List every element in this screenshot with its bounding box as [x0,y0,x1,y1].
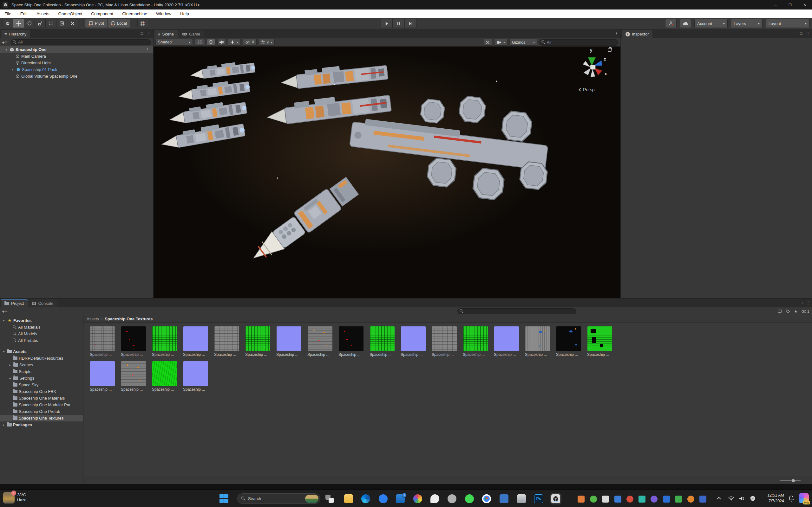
thumbnail-zoom-slider[interactable] [780,481,801,481]
folder-fbx[interactable]: Spaceship One FBX [0,388,83,395]
notification-bell-icon[interactable] [788,495,794,502]
favorite-all-materials[interactable]: All Materials [0,324,83,331]
folder-textures[interactable]: Spaceship One Textures [0,415,83,421]
texture-asset[interactable]: Spaceship ... [587,326,612,357]
tab-console[interactable]: Console [28,299,57,307]
folder-scenes[interactable]: ▸Scenes [0,361,83,368]
scene-tools-button[interactable] [484,39,492,46]
hidden-packages-toggle[interactable]: 1 [802,309,809,314]
folder-materials[interactable]: Spaceship One Materials [0,395,83,401]
task-view-button[interactable] [325,495,334,503]
texture-asset[interactable]: Spaceship ... [369,326,395,357]
collab-button[interactable] [665,19,676,28]
favorite-all-models[interactable]: All Models [0,331,83,337]
texture-asset[interactable]: Spaceship ... [245,326,270,357]
lighting-toggle-button[interactable] [207,39,215,46]
texture-asset[interactable]: Spaceship ... [525,326,550,357]
hierarchy-scene-row[interactable]: ▾ Smaceship One ⋮ [0,46,153,53]
photos-app-icon[interactable] [413,494,422,503]
gray-app-icon[interactable] [448,494,456,503]
hierarchy-search[interactable] [10,39,151,45]
audio-toggle-button[interactable] [217,39,226,46]
texture-asset[interactable]: Spaceship ... [183,361,208,392]
layout-dropdown[interactable]: Layout▾ [766,19,809,28]
lock-icon[interactable]: ⊐ [799,300,803,305]
texture-asset[interactable]: Spaceship ... [401,326,426,357]
taskbar-clock[interactable]: 12:51 AM 7/7/2024 [767,493,784,504]
grid-visibility-dropdown[interactable]: y ▾ [258,39,275,46]
menu-component[interactable]: Component [87,9,118,18]
tray-app-6-icon[interactable] [639,496,646,503]
menu-file[interactable]: File [0,9,16,18]
unity-taskbar-icon[interactable] [551,494,560,503]
foldout-open-icon[interactable]: ▾ [2,319,6,322]
tray-app-10-icon[interactable] [687,496,694,503]
foldout-closed-icon[interactable]: ▸ [2,423,6,427]
start-button[interactable] [219,494,229,504]
shading-mode-dropdown[interactable]: Shaded ▾ [155,39,193,46]
tray-app-8-icon[interactable] [663,496,670,503]
hierarchy-item-main-camera[interactable]: Main Camera [0,53,153,60]
hierarchy-item-spaceship-pack[interactable]: ▸ Spaceship 01 Pack [0,66,153,73]
orientation-gizmo[interactable]: y z x Persp [577,49,612,93]
texture-asset[interactable]: Spaceship ... [214,326,240,357]
hierarchy-item-global-volume[interactable]: Global Volume Spaceship One [0,73,153,79]
more-menu-icon[interactable]: ⋮ [147,31,151,36]
volume-icon[interactable] [739,496,745,501]
texture-asset[interactable]: Spaceship ... [121,326,146,357]
more-menu-icon[interactable]: ⋮ [806,31,810,36]
axis-x-label[interactable]: x [605,71,607,76]
menu-window[interactable]: Window [152,9,176,18]
tab-game[interactable]: Game [178,30,204,38]
tray-app-3-icon[interactable] [602,496,609,503]
texture-asset[interactable]: Spaceship ... [463,326,488,357]
project-search[interactable] [457,308,576,314]
tray-app-1-icon[interactable] [577,496,585,503]
hierarchy-create-button[interactable]: + ▾ [2,40,7,45]
hierarchy-item-directional-light[interactable]: Directional Light [0,60,153,66]
whatsapp-icon[interactable] [465,494,474,503]
maximize-button[interactable]: □ [783,0,798,9]
foldout-closed-icon[interactable]: ▸ [8,377,12,380]
weather-widget[interactable]: 1 28°C Haze [3,492,26,504]
file-explorer-icon[interactable] [344,494,353,503]
tray-app-2-icon[interactable] [590,496,597,503]
more-menu-icon[interactable]: ⋮ [806,300,810,305]
foldout-open-icon[interactable]: ▾ [4,48,8,51]
taskbar-search[interactable]: Search [237,493,320,504]
tab-project[interactable]: Project [1,299,28,307]
tab-hierarchy[interactable]: ≡ Hierarchy [1,30,30,38]
texture-asset[interactable]: Spaceship ... [339,326,364,357]
scale-tool-button[interactable] [35,19,46,28]
menu-edit[interactable]: Edit [16,9,32,18]
custom-tools-button[interactable] [67,19,78,28]
project-search-input[interactable] [465,309,574,314]
hidden-icons-caret[interactable] [717,497,721,501]
chrome-icon[interactable] [482,494,491,503]
tab-inspector[interactable]: i Inspector [622,30,653,38]
breadcrumb-current[interactable]: Spaceship One Textures [105,317,153,321]
play-button[interactable] [380,19,393,28]
hidden-objects-toggle[interactable]: 0 [243,39,257,46]
2d-toggle-button[interactable]: 2D [195,39,205,46]
move-tool-button[interactable] [13,19,24,28]
tab-scene[interactable]: # Scene [154,30,177,38]
foldout-open-icon[interactable]: ▾ [2,350,6,353]
close-button[interactable]: × [798,0,812,9]
texture-asset[interactable]: Spaceship ... [556,326,581,357]
scene-camera-dropdown[interactable]: ▾ [494,39,507,46]
texture-asset[interactable]: Spaceship ... [276,326,302,357]
texture-asset[interactable]: Spaceship ... [183,326,208,357]
texture-asset[interactable]: Spaceship ... [90,326,115,357]
breadcrumb-root[interactable]: Assets [87,317,99,321]
assets-root[interactable]: ▾ Assets [0,348,83,355]
folder-prefab[interactable]: Spaceship One Prefab [0,408,83,415]
lock-icon[interactable]: ⊐ [140,31,144,36]
lock-icon[interactable]: ⊐ [799,31,803,36]
folder-scripts[interactable]: Scripts [0,368,83,375]
texture-asset[interactable]: Spaceship ... [152,361,177,392]
more-menu-icon[interactable]: ⋮ [146,47,150,52]
folder-modular-parts[interactable]: Spaceship One Modular Par [0,401,83,408]
texture-asset[interactable]: Spaceship ... [152,326,177,357]
folder-space-sky[interactable]: Space Sky [0,382,83,388]
